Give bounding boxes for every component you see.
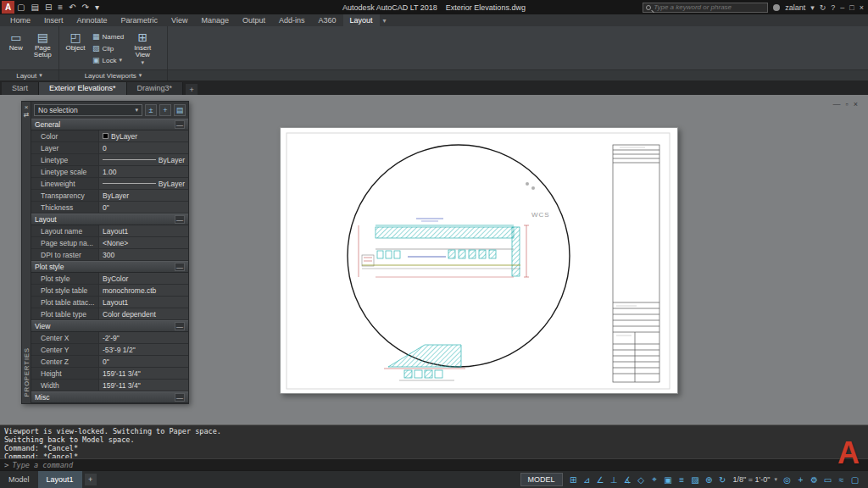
property-row-height[interactable]: Height159'-11 3/4" bbox=[31, 368, 188, 380]
tab-drawing3[interactable]: Drawing3* bbox=[127, 82, 184, 95]
selection-cycling-icon[interactable]: ⊕ bbox=[703, 475, 715, 485]
new-drawing-tab-button[interactable]: + bbox=[186, 84, 198, 95]
sync-icon[interactable]: ↻ bbox=[820, 3, 826, 12]
object-snap-icon[interactable]: ▣ bbox=[662, 475, 675, 485]
palette-close-icon[interactable]: × bbox=[25, 103, 29, 111]
section-view[interactable]: View— bbox=[31, 320, 188, 332]
insert-view-dropdown-icon[interactable]: ▾ bbox=[142, 59, 145, 66]
snap-icon[interactable]: ⊿ bbox=[581, 475, 593, 485]
property-row-page-setup[interactable]: Page setup na...<None> bbox=[31, 237, 188, 249]
panel-label-layout-viewports[interactable]: Layout Viewports ▾ bbox=[59, 70, 168, 80]
ortho-icon[interactable]: ⊥ bbox=[608, 475, 620, 485]
signin-user[interactable]: zalant bbox=[785, 3, 805, 12]
ribbon-tab-output[interactable]: Output bbox=[236, 14, 272, 26]
infer-constraints-icon[interactable]: ∠ bbox=[594, 475, 607, 485]
panel-expand-icon[interactable]: ▾ bbox=[139, 72, 142, 79]
select-objects-icon[interactable]: + bbox=[159, 104, 171, 116]
section-general[interactable]: General— bbox=[31, 119, 188, 130]
property-row-layout-name[interactable]: Layout nameLayout1 bbox=[31, 225, 188, 237]
tab-start[interactable]: Start bbox=[2, 82, 39, 95]
lock-viewport-button[interactable]: ▣ Lock ▾ bbox=[91, 55, 125, 65]
palette-title-strip[interactable]: × ⇄ PROPERTIES bbox=[21, 101, 31, 404]
autocad-app-icon[interactable]: A bbox=[2, 1, 14, 14]
open-file-icon[interactable]: ▤ bbox=[31, 3, 38, 12]
transparency-icon[interactable]: ▨ bbox=[689, 475, 702, 485]
clean-screen-icon[interactable]: ▢ bbox=[849, 475, 861, 485]
grid-icon[interactable]: ⊞ bbox=[567, 475, 580, 485]
signin-dropdown-icon[interactable]: ▾ bbox=[810, 3, 815, 12]
viewport-close-icon[interactable]: × bbox=[854, 100, 858, 108]
property-row-width[interactable]: Width159'-11 3/4" bbox=[31, 380, 188, 391]
property-row-transparency[interactable]: TransparencyByLayer bbox=[31, 190, 188, 202]
ribbon-tab-insert[interactable]: Insert bbox=[37, 14, 70, 26]
ribbon-tab-layout[interactable]: Layout bbox=[343, 14, 380, 26]
tab-exterior-elevations[interactable]: Exterior Elevations* bbox=[39, 82, 127, 95]
new-layout-button[interactable]: + bbox=[85, 474, 97, 485]
section-plot-style[interactable]: Plot style— bbox=[31, 261, 188, 273]
property-row-center-y[interactable]: Center Y-53'-9 1/2" bbox=[31, 344, 188, 356]
new-viewport-button[interactable]: ▭ New bbox=[3, 28, 30, 52]
property-row-dpi[interactable]: DPI to raster300 bbox=[31, 249, 188, 261]
help-search-box[interactable] bbox=[643, 3, 768, 13]
isodraft-icon[interactable]: ◇ bbox=[635, 475, 648, 485]
polar-tracking-icon[interactable]: ∡ bbox=[621, 475, 634, 485]
palette-autohide-icon[interactable]: ⇄ bbox=[24, 111, 30, 119]
window-minimize-icon[interactable]: – bbox=[840, 3, 844, 12]
collapse-icon[interactable]: — bbox=[175, 215, 185, 224]
annotation-monitor-icon[interactable]: ▭ bbox=[821, 475, 834, 485]
ribbon-tab-home[interactable]: Home bbox=[3, 14, 37, 26]
object-viewport-button[interactable]: ◰ Object bbox=[62, 28, 89, 52]
command-history[interactable]: Viewport is view-locked. Switching to Pa… bbox=[0, 424, 868, 458]
lineweight-icon[interactable]: ≡ bbox=[676, 475, 688, 485]
viewport-restore-icon[interactable]: ▫ bbox=[846, 100, 849, 108]
ribbon-tab-annotate[interactable]: Annotate bbox=[70, 14, 114, 26]
property-row-layer[interactable]: Layer0 bbox=[31, 142, 188, 154]
search-input[interactable] bbox=[654, 3, 765, 11]
window-close-icon[interactable]: × bbox=[860, 3, 864, 12]
property-row-linetype-scale[interactable]: Linetype scale1.00 bbox=[31, 166, 188, 178]
layout1-tab[interactable]: Layout1 bbox=[38, 471, 82, 488]
ribbon-tab-parametric[interactable]: Parametric bbox=[114, 14, 165, 26]
new-file-icon[interactable]: ▢ bbox=[17, 3, 25, 12]
named-viewports-button[interactable]: ▦ Named bbox=[91, 31, 125, 42]
autoscale-icon[interactable]: + bbox=[794, 475, 807, 485]
command-input[interactable] bbox=[12, 461, 864, 469]
selection-dropdown[interactable]: No selection ▾ bbox=[34, 104, 142, 116]
panel-label-layout[interactable]: Layout ▾ bbox=[0, 70, 59, 80]
redo-icon[interactable]: ↷ bbox=[82, 3, 89, 12]
property-row-plot-table-attached[interactable]: Plot table attac...Layout1 bbox=[31, 297, 188, 308]
section-misc[interactable]: Misc— bbox=[31, 391, 188, 403]
collapse-icon[interactable]: — bbox=[175, 322, 185, 330]
workspace-icon[interactable]: ⚙ bbox=[808, 475, 821, 485]
ribbon-tab-addins[interactable]: Add-ins bbox=[272, 14, 312, 26]
paper-model-toggle[interactable]: MODEL bbox=[520, 473, 563, 486]
paper-sheet[interactable]: WCS bbox=[280, 127, 678, 394]
ribbon-display-toggle-icon[interactable]: ▾ bbox=[380, 14, 390, 26]
annotation-scale-dropdown-icon[interactable]: ▾ bbox=[774, 476, 780, 483]
insert-view-button[interactable]: ⊞ Insert View ▾ bbox=[127, 28, 158, 66]
window-maximize-icon[interactable]: □ bbox=[849, 3, 854, 12]
undo-icon[interactable]: ↶ bbox=[69, 3, 75, 12]
ribbon-tab-a360[interactable]: A360 bbox=[312, 14, 343, 26]
dynamic-ucs-icon[interactable]: ↻ bbox=[716, 475, 729, 485]
qat-dropdown-icon[interactable]: ▾ bbox=[95, 3, 99, 12]
collapse-icon[interactable]: — bbox=[175, 263, 185, 271]
property-row-center-z[interactable]: Center Z0" bbox=[31, 356, 188, 368]
toggle-pickadd-icon[interactable]: ± bbox=[145, 104, 157, 116]
model-space-tab[interactable]: Model bbox=[0, 471, 38, 488]
help-icon[interactable]: ? bbox=[831, 3, 835, 12]
property-row-plot-style[interactable]: Plot styleByColor bbox=[31, 273, 188, 285]
property-row-plot-style-table[interactable]: Plot style tablemonochrome.ctb bbox=[31, 285, 188, 297]
page-setup-button[interactable]: ▤ Page Setup bbox=[30, 28, 57, 58]
property-row-lineweight[interactable]: LineweightByLayer bbox=[31, 178, 188, 190]
property-row-linetype[interactable]: LinetypeByLayer bbox=[31, 154, 188, 166]
property-row-plot-table-type[interactable]: Plot table typeColor dependent bbox=[31, 308, 188, 320]
viewport-minimize-icon[interactable]: — bbox=[833, 100, 841, 108]
hardware-acceleration-icon[interactable]: ≈ bbox=[835, 475, 848, 485]
save-icon[interactable]: ⊟ bbox=[45, 3, 52, 12]
plot-icon[interactable]: ≡ bbox=[58, 3, 63, 12]
annotation-scale[interactable]: 1/8" = 1'-0" bbox=[730, 475, 774, 484]
collapse-icon[interactable]: — bbox=[175, 120, 185, 129]
section-layout[interactable]: Layout— bbox=[31, 214, 188, 225]
property-row-center-x[interactable]: Center X-2'-9" bbox=[31, 332, 188, 344]
